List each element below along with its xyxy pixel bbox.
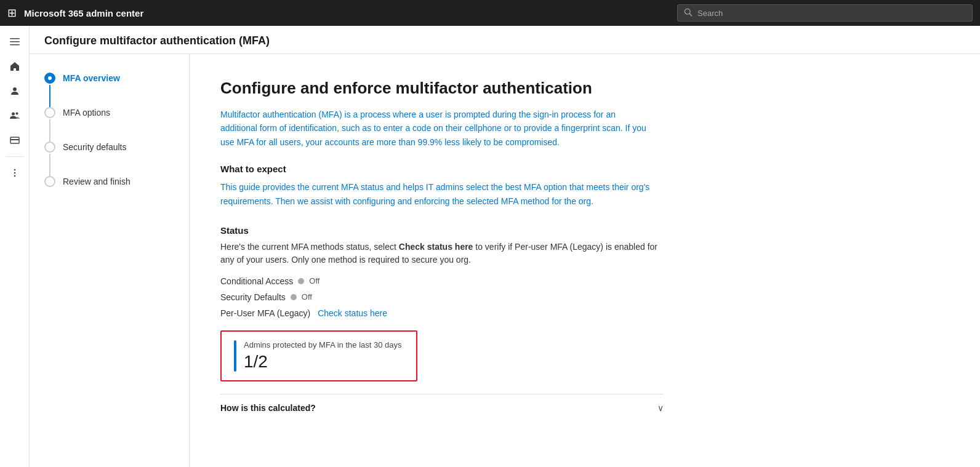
conditional-access-status: Off xyxy=(309,276,319,285)
main-area: Configure multifactor authentication (MF… xyxy=(30,26,980,467)
nav-icons xyxy=(0,26,30,467)
svg-point-6 xyxy=(12,113,15,116)
step-label-1: MFA overview xyxy=(63,73,120,84)
content-title: Configure and enforce multifactor authen… xyxy=(220,79,949,98)
status-desc-prefix: Here's the current MFA methods status, s… xyxy=(220,242,399,252)
svg-rect-3 xyxy=(10,41,20,42)
wizard-step-1[interactable]: MFA overview xyxy=(44,73,174,107)
status-rows: Conditional Access Off Security Defaults… xyxy=(220,276,949,318)
step-line-2 xyxy=(49,119,50,142)
svg-rect-2 xyxy=(10,38,20,39)
grid-icon[interactable]: ⊞ xyxy=(7,6,17,20)
security-defaults-status: Off xyxy=(302,292,312,301)
page-title: Configure multifactor authentication (MF… xyxy=(44,34,270,47)
status-row-security-defaults: Security Defaults Off xyxy=(220,292,949,302)
step-circle-3 xyxy=(44,142,55,153)
mfa-stats-inner: Admins protected by MFA in the last 30 d… xyxy=(234,340,404,372)
chevron-down-icon: ∨ xyxy=(657,403,664,413)
page-header: Configure multifactor authentication (MF… xyxy=(30,26,980,54)
status-description: Here's the current MFA methods status, s… xyxy=(220,241,664,266)
step-label-3: Security defaults xyxy=(63,142,127,153)
topbar: ⊞ Microsoft 365 admin center xyxy=(0,0,980,26)
svg-rect-4 xyxy=(10,44,20,46)
step-indicator-1 xyxy=(44,73,55,107)
search-input[interactable] xyxy=(697,9,966,18)
card-icon[interactable] xyxy=(2,129,27,151)
user-icon[interactable] xyxy=(2,80,27,102)
wizard-step-3[interactable]: Security defaults xyxy=(44,142,174,176)
step-indicator-4 xyxy=(44,176,55,187)
status-title: Status xyxy=(220,225,949,236)
svg-point-5 xyxy=(13,87,17,91)
step-indicator-2 xyxy=(44,107,55,142)
check-status-link[interactable]: Check status here xyxy=(399,242,473,252)
search-icon xyxy=(684,8,693,18)
app-layout: Configure multifactor authentication (MF… xyxy=(0,26,980,467)
status-row-per-user-mfa: Per-User MFA (Legacy) Check status here xyxy=(220,308,949,318)
how-calculated[interactable]: How is this calculated? ∨ xyxy=(220,394,664,413)
wizard-step-4[interactable]: Review and finish xyxy=(44,176,174,187)
what-to-expect-title: What to expect xyxy=(220,164,949,174)
mfa-stats-label: Admins protected by MFA in the last 30 d… xyxy=(244,340,402,349)
conditional-access-label: Conditional Access xyxy=(220,276,293,286)
nav-divider xyxy=(6,156,23,157)
home-icon[interactable] xyxy=(2,55,27,78)
mfa-stats-box: Admins protected by MFA in the last 30 d… xyxy=(220,330,417,381)
step-circle-2 xyxy=(44,107,55,118)
more-icon[interactable] xyxy=(2,162,27,184)
security-defaults-label: Security Defaults xyxy=(220,292,286,302)
mfa-stats-value: 1/2 xyxy=(244,352,402,372)
per-user-mfa-check-link[interactable]: Check status here xyxy=(315,308,387,318)
svg-point-12 xyxy=(14,175,15,177)
content-split: MFA overview MFA options Secur xyxy=(30,54,980,467)
svg-rect-9 xyxy=(10,139,19,140)
search-box[interactable] xyxy=(677,4,973,22)
menu-icon[interactable] xyxy=(2,31,27,53)
conditional-access-dot xyxy=(298,278,304,284)
what-to-expect-text: This guide provides the current MFA stat… xyxy=(220,180,651,208)
step-indicator-3 xyxy=(44,142,55,176)
svg-line-1 xyxy=(689,14,692,16)
intro-text: Multifactor authentication (MFA) is a pr… xyxy=(220,108,651,149)
step-line-3 xyxy=(49,154,50,176)
main-content-panel: Configure and enforce multifactor authen… xyxy=(190,54,980,467)
svg-point-7 xyxy=(15,113,18,115)
security-defaults-dot xyxy=(291,294,297,300)
app-title: Microsoft 365 admin center xyxy=(24,8,670,18)
mfa-stats-content: Admins protected by MFA in the last 30 d… xyxy=(244,340,402,372)
mfa-stats-bar xyxy=(234,340,236,372)
svg-point-11 xyxy=(14,172,15,174)
step-label-4: Review and finish xyxy=(63,176,131,187)
wizard-step-2[interactable]: MFA options xyxy=(44,107,174,142)
svg-point-10 xyxy=(14,169,15,171)
people-icon[interactable] xyxy=(2,105,27,127)
step-circle-1 xyxy=(44,73,55,84)
step-circle-4 xyxy=(44,176,55,187)
wizard-sidebar: MFA overview MFA options Secur xyxy=(30,54,190,467)
step-label-2: MFA options xyxy=(63,107,110,118)
how-calculated-label: How is this calculated? xyxy=(220,403,316,413)
step-line-1 xyxy=(49,85,50,107)
per-user-mfa-label: Per-User MFA (Legacy) xyxy=(220,308,310,318)
status-row-conditional: Conditional Access Off xyxy=(220,276,949,286)
